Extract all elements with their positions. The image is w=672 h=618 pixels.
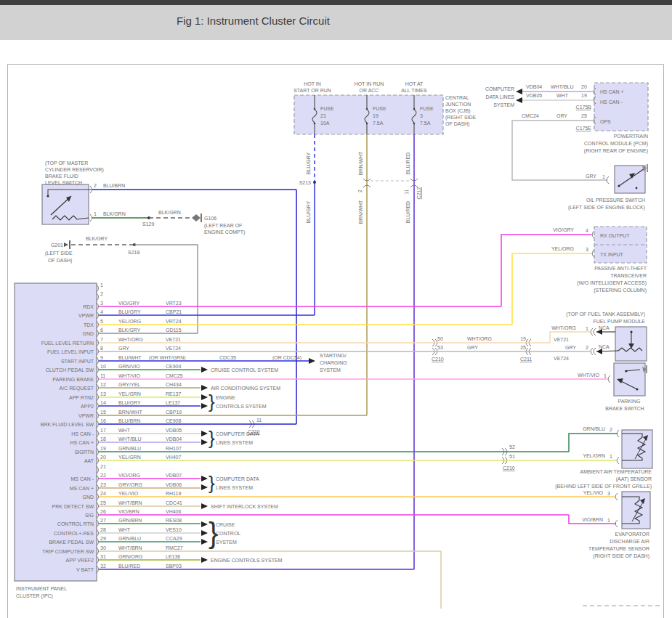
- wire-color: YEL/ORG: [551, 246, 574, 251]
- rail-label: HOT IN RUN: [355, 81, 384, 86]
- component-caption: PARKING: [618, 399, 641, 404]
- connector-label: C210: [248, 429, 260, 434]
- ipc-pin-circuit: CBP19: [166, 410, 182, 415]
- ipc-pin-signal: TRIP COMPUTER SW: [42, 549, 94, 554]
- wire-color: GRY: [586, 174, 596, 179]
- evaporator-sensor-box: [622, 492, 650, 529]
- component-caption: BRAKE SWITCH: [605, 406, 644, 411]
- ipc-caption: CLUSTER (IPC): [16, 593, 53, 599]
- connector-pin: 53: [437, 345, 443, 350]
- ipc-pin-signal: TDX: [84, 322, 94, 328]
- ipc-pin-color: BLU/BRN: [118, 418, 140, 423]
- pin-number: 1: [607, 518, 610, 523]
- ipc-pin-signal: MS CAN -: [71, 476, 94, 481]
- ipc-pin-color: GRN/BRN: [118, 518, 142, 523]
- ipc-pin-circuit: CCA29: [166, 536, 182, 541]
- ipc-pin-color: YEL/GRN: [118, 391, 141, 397]
- ipc-pin-circuit: VE724: [166, 346, 181, 351]
- ipc-pin-circuit: SBP03: [166, 564, 182, 569]
- system-ref: SYSTEM: [216, 540, 237, 545]
- ipc-pin-signal: GND: [82, 331, 94, 336]
- ipc-pin-circuit: VDB04: [166, 436, 182, 442]
- system-ref: SYSTEM: [320, 367, 341, 373]
- ipc-pin-color-alt: (OR WHT/GRN): [149, 355, 186, 361]
- ipc-pin-circuit: RES08: [166, 518, 182, 523]
- connector-label: C210: [503, 465, 515, 471]
- ipc-pin-number: 21: [100, 464, 106, 469]
- pin-number: 1: [604, 373, 607, 378]
- rail-label: HOT IN: [304, 81, 321, 86]
- ipc-pin-number: 29: [100, 536, 106, 541]
- ipc-pin-number: 31: [100, 554, 106, 559]
- ipc-pin-number: 18: [100, 436, 106, 442]
- ipc-pin-signal: VPWR: [78, 313, 94, 318]
- nca-label: NCA: [599, 344, 610, 349]
- ipc-pin-color: GRY/YEL: [118, 382, 140, 387]
- connector-pin: 2: [357, 190, 363, 192]
- splice-label: S129: [142, 221, 154, 227]
- ipc-pin-circuit: LE137: [166, 400, 180, 405]
- fuse-label: FUSE: [373, 106, 386, 111]
- component-caption: DISCHARGE AIR: [610, 539, 649, 544]
- wire-circuit: VE724: [554, 356, 569, 361]
- ipc-pin-circuit: VDB07: [166, 473, 182, 478]
- ipc-pin-circuit: GD115: [166, 328, 182, 333]
- ground-caption: (LEFT SIDE: [45, 251, 73, 256]
- ipc-pin-circuit: CDC41: [166, 500, 182, 505]
- component-caption: CYLINDER RESERVOIR): [45, 167, 104, 173]
- ipc-pin-signal: SIG: [85, 513, 94, 518]
- ipc-pin-color: GRN/BLU: [118, 446, 141, 451]
- pcm-signal: HS CAN +: [600, 89, 623, 94]
- pcm-signal: OPS: [600, 119, 611, 124]
- ipc-pin-color: GRN/BLU: [118, 536, 141, 541]
- connector-pin: 11: [256, 418, 262, 423]
- ipc-pin-signal: CONTROL+-RES: [54, 531, 94, 536]
- ipc-pin-number: 13: [100, 391, 106, 397]
- pin-number: 1: [602, 174, 605, 179]
- ipc-pin-circuit: VES10: [166, 527, 182, 532]
- wire-circuit: VDB04: [526, 84, 542, 89]
- ipc-pin-signal: RDX: [83, 304, 94, 309]
- ipc-pin-signal: BRAKE PEDAL SW: [49, 540, 94, 545]
- ipc-pin-signal: AAT: [84, 458, 94, 463]
- system-ref: LINES SYSTEM: [216, 440, 253, 445]
- rail-label: HOT AT: [405, 81, 424, 86]
- ipc-pin-signal: MS CAN +: [70, 486, 94, 491]
- component-caption: LEVEL SWITCH: [45, 180, 82, 185]
- rail-label: ALL TIMES: [401, 88, 427, 93]
- system-brace: }: [209, 391, 215, 412]
- ipc-pin-color: BLK/GRY: [118, 328, 141, 333]
- ipc-pin-signal: FUEL LEVEL RETURN: [41, 341, 94, 346]
- system-brace: }: [209, 427, 215, 449]
- ipc-pin-number: 1: [100, 282, 103, 288]
- splice-s213-dot: [313, 181, 316, 184]
- component-caption: EVAPORATOR: [615, 532, 649, 537]
- rail-label: OR ACC: [360, 88, 379, 93]
- ipc-pin-color: GRY: [118, 346, 129, 351]
- wire-color-label: BRN/WHT: [358, 151, 363, 175]
- ipc-pin-color: WHT/ORG: [118, 337, 143, 342]
- ipc-pin-color: WHT/BRN: [118, 500, 142, 505]
- component-caption: (W/O INTELLIGENT ACCESS): [577, 280, 647, 286]
- ipc-pin-color: VIO/ORG: [118, 473, 140, 478]
- wire-color-label: BLU/RED: [405, 153, 410, 174]
- wire-color: VIO/BRN: [582, 517, 603, 522]
- pin-number: 1: [586, 326, 588, 331]
- screenshot-stage: Fig 1: Instrument Cluster Circuit: [0, 0, 672, 618]
- component-caption: FUEL PUMP MODULE: [593, 319, 645, 324]
- fuse-number: 3: [420, 113, 423, 118]
- system-ref: CRUISE: [216, 522, 235, 527]
- component-caption: TEMPERATURE SENSOR: [588, 546, 649, 551]
- ipc-pin-signal: PARKING BRAKE: [52, 377, 94, 382]
- pin-number: 2: [586, 345, 588, 350]
- ipc-pin-circuit: RH119: [166, 491, 181, 496]
- ipc-pin-signal: V BATT: [76, 567, 94, 572]
- ipc-pin-number: 6: [100, 328, 103, 333]
- ipc-pin-number: 11: [100, 373, 105, 378]
- ipc-pin-color: WHT/BLU: [118, 436, 142, 442]
- ipc-pin-number: 2: [100, 291, 103, 296]
- fuse-label: FUSE: [320, 106, 334, 111]
- component-caption: (BEHIND LEFT SIDE OF FRONT GRILLE): [555, 484, 652, 489]
- cjb-caption: BOX (CJB): [445, 108, 471, 114]
- wire-color: BLK/GRY: [86, 236, 108, 241]
